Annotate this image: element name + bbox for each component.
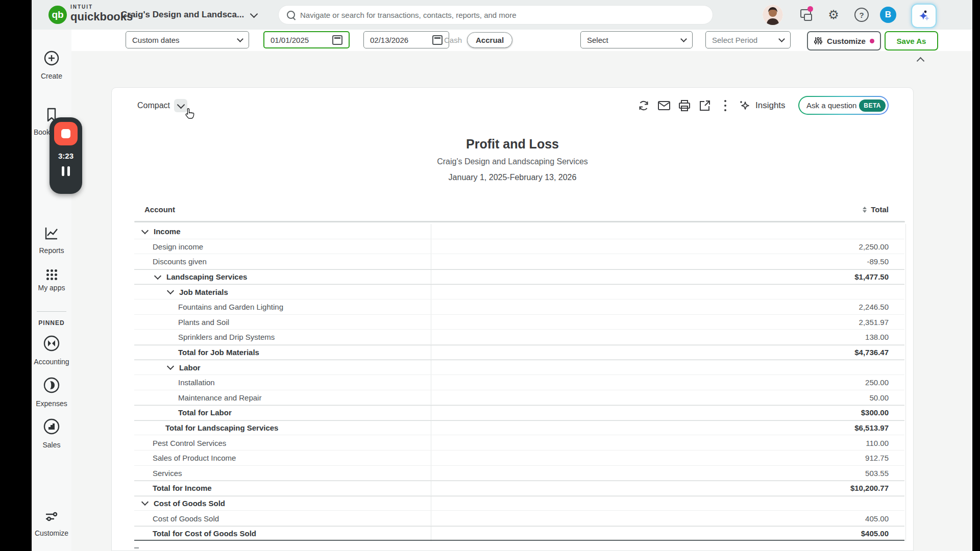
row-total-value[interactable]: $6,513.97 — [854, 423, 889, 432]
row-account-label: Installation — [178, 378, 215, 387]
row-account-label: Services — [153, 469, 182, 478]
profile-initial-badge[interactable]: B — [880, 7, 896, 23]
row-account-label: Total for Labor — [178, 408, 232, 417]
table-row[interactable]: Design income2,250.00 — [112, 239, 913, 255]
row-collapse-chevron-icon[interactable] — [141, 227, 149, 234]
compare-dropdown[interactable]: Select — [580, 31, 693, 48]
insights-button[interactable]: Insights — [739, 97, 786, 114]
row-total-value[interactable]: -89.50 — [867, 257, 889, 266]
company-switcher[interactable]: Craig's Design and Landsca... — [121, 0, 257, 30]
expenses-icon — [43, 377, 60, 394]
table-row[interactable]: Fountains and Garden Lighting2,246.50 — [112, 299, 913, 315]
settings-gear-button[interactable]: ⚙ — [823, 0, 844, 30]
row-total-value[interactable]: $405.00 — [861, 529, 889, 538]
row-collapse-chevron-icon[interactable] — [154, 272, 161, 280]
row-total-value[interactable]: 50.00 — [869, 393, 889, 402]
sidebar-item-expenses[interactable]: Expenses — [32, 377, 71, 408]
refresh-icon — [638, 99, 650, 112]
report-card: Compact — [111, 87, 914, 551]
table-row[interactable]: Services503.55 — [112, 466, 913, 481]
notifications-button[interactable] — [796, 0, 817, 30]
beta-badge: BETA — [859, 99, 886, 112]
row-total-value[interactable]: 2,351.97 — [859, 318, 889, 327]
row-collapse-chevron-icon[interactable] — [167, 363, 174, 370]
table-row[interactable]: Sprinklers and Drip Systems138.00 — [112, 330, 913, 345]
sidebar-item-customize[interactable]: Customize — [32, 510, 71, 537]
quickbooks-logo-icon[interactable]: qb — [48, 6, 67, 24]
start-date-value: 01/01/2025 — [271, 36, 309, 44]
row-total-value[interactable]: $300.00 — [861, 408, 889, 417]
sidebar-item-my-apps[interactable]: My apps — [32, 269, 71, 292]
row-total-value[interactable]: 110.00 — [866, 439, 889, 447]
row-total-value[interactable]: 503.55 — [865, 469, 889, 478]
table-row[interactable]: Job Materials — [112, 284, 913, 299]
table-row[interactable]: Total for Labor$300.00 — [112, 405, 913, 420]
collapse-filters-button[interactable] — [918, 55, 929, 63]
end-date-input[interactable]: 02/13/2026 — [363, 31, 449, 48]
table-row[interactable]: Total for Cost of Goods Sold$405.00 — [112, 526, 913, 541]
table-row[interactable]: Total for Landscaping Services$6,513.97 — [112, 420, 913, 436]
intuit-assist-button[interactable] — [911, 4, 937, 28]
period-dropdown[interactable]: Select Period — [705, 31, 791, 48]
help-button[interactable]: ? — [851, 0, 872, 30]
sidebar-label-reports: Reports — [32, 246, 71, 255]
table-row[interactable]: Landscaping Services$1,477.50 — [112, 269, 913, 285]
more-actions-button[interactable] — [717, 97, 734, 114]
row-total-value[interactable]: 405.00 — [865, 514, 889, 523]
table-row[interactable]: Cost of Goods Sold — [112, 496, 913, 511]
insights-label: Insights — [755, 101, 786, 111]
customize-report-button[interactable]: Customize — [807, 31, 881, 51]
ask-a-question-button[interactable]: Ask a question BETA — [798, 96, 889, 115]
table-row[interactable]: Labor — [112, 360, 913, 375]
table-row[interactable]: Total for Income$10,200.77 — [112, 481, 913, 496]
printer-icon — [678, 99, 691, 112]
row-account-label: Total for Income — [153, 484, 212, 492]
density-dropdown[interactable]: Compact — [137, 99, 187, 112]
table-row[interactable]: Total for Job Materials$4,736.47 — [112, 345, 913, 360]
date-range-dropdown[interactable]: Custom dates — [126, 31, 249, 48]
table-row[interactable]: Sales of Product Income912.75 — [112, 450, 913, 466]
email-button[interactable] — [655, 97, 673, 114]
sidebar-item-create[interactable]: Create — [32, 50, 71, 80]
row-total-value[interactable]: 2,246.50 — [859, 303, 889, 311]
table-row[interactable]: Income — [112, 224, 913, 239]
export-button[interactable] — [696, 97, 714, 114]
print-button[interactable] — [676, 97, 693, 114]
row-total-value[interactable]: 250.00 — [865, 378, 889, 387]
row-collapse-chevron-icon[interactable] — [167, 287, 174, 294]
save-as-button[interactable]: Save As — [885, 31, 938, 51]
table-row[interactable]: Installation250.00 — [112, 375, 913, 390]
row-total-value[interactable]: 2,250.00 — [859, 242, 889, 251]
table-row[interactable]: Maintenance and Repair50.00 — [112, 390, 913, 406]
sidebar-label-customize: Customize — [32, 529, 71, 537]
row-total-value[interactable]: 912.75 — [865, 454, 889, 462]
date-range-value: Custom dates — [132, 36, 180, 44]
sidebar-item-sales[interactable]: Sales — [32, 418, 71, 449]
row-total-value[interactable]: $1,477.50 — [854, 272, 889, 281]
sidebar-item-accounting[interactable]: Accounting — [32, 335, 71, 366]
accounting-icon — [43, 335, 60, 352]
search-icon — [287, 11, 295, 19]
refresh-button[interactable] — [635, 97, 652, 114]
row-total-value[interactable]: 138.00 — [865, 333, 889, 341]
row-total-value[interactable]: $4,736.47 — [854, 348, 889, 357]
cash-basis-option[interactable]: Cash — [439, 36, 467, 44]
global-search-input[interactable]: Navigate or search for transactions, con… — [278, 5, 713, 24]
row-collapse-chevron-icon[interactable] — [141, 498, 149, 506]
table-row[interactable]: Plants and Soil2,351.97 — [112, 315, 913, 330]
period-value: Select Period — [712, 36, 757, 44]
table-row[interactable]: Cost of Goods Sold405.00 — [112, 511, 913, 526]
table-row[interactable]: Discounts given-89.50 — [112, 254, 913, 269]
row-account-label: Cost of Goods Sold — [154, 499, 225, 508]
accrual-basis-option[interactable]: Accrual — [467, 32, 512, 48]
row-total-value[interactable]: $10,200.77 — [850, 484, 889, 492]
sidebar-item-reports[interactable]: Reports — [32, 226, 71, 255]
stop-recording-button[interactable] — [54, 122, 78, 145]
pause-recording-button[interactable] — [62, 166, 70, 176]
column-header-total[interactable]: Total — [863, 205, 889, 214]
table-row[interactable]: Pest Control Services110.00 — [112, 435, 913, 450]
header-underline — [134, 221, 905, 222]
user-avatar[interactable] — [763, 5, 783, 25]
report-rows: IncomeDesign income2,250.00Discounts giv… — [112, 224, 913, 541]
start-date-input[interactable]: 01/01/2025 — [263, 31, 350, 48]
